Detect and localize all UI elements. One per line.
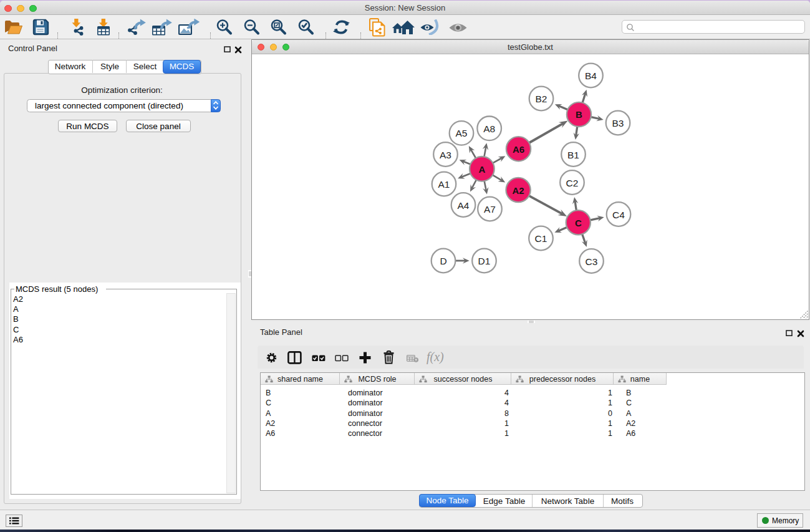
svg-text:A8: A8: [483, 123, 495, 134]
svg-text:C2: C2: [566, 178, 579, 188]
svg-text:A6: A6: [513, 144, 524, 155]
svg-text:A7: A7: [484, 204, 496, 215]
svg-text:A4: A4: [458, 200, 470, 211]
svg-text:A5: A5: [456, 128, 468, 138]
svg-text:A1: A1: [438, 179, 450, 190]
svg-text:A2: A2: [513, 185, 524, 196]
svg-text:B3: B3: [612, 118, 624, 128]
svg-text:B1: B1: [567, 150, 579, 160]
svg-text:B2: B2: [536, 94, 547, 104]
svg-text:A3: A3: [440, 150, 451, 160]
svg-text:C3: C3: [586, 256, 598, 267]
svg-text:C1: C1: [535, 233, 547, 244]
svg-text:B4: B4: [585, 70, 597, 81]
svg-text:A: A: [478, 164, 485, 175]
svg-text:C: C: [575, 218, 582, 228]
svg-text:B: B: [576, 109, 582, 120]
svg-text:D1: D1: [478, 256, 491, 266]
svg-text:D: D: [440, 256, 446, 266]
svg-text:C4: C4: [612, 210, 625, 220]
